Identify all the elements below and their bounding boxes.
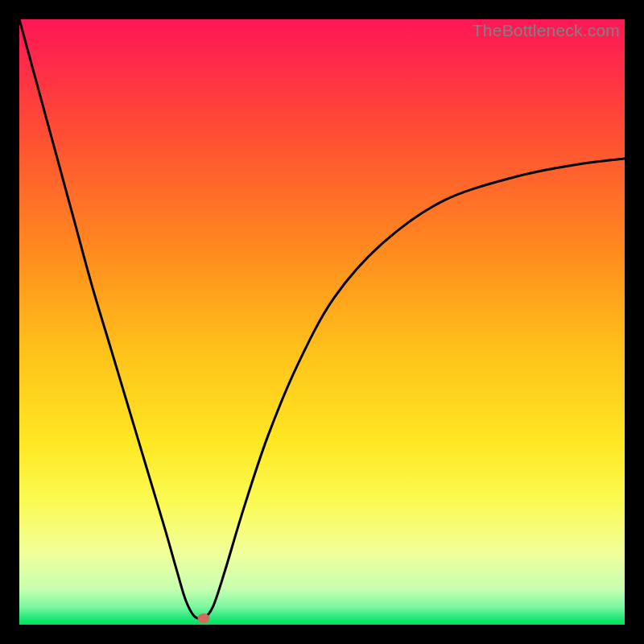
plot-area xyxy=(19,19,625,625)
optimal-marker-icon xyxy=(198,613,210,623)
plot-svg xyxy=(19,19,625,625)
watermark-text: TheBottleneck.com xyxy=(473,21,620,40)
gradient-background xyxy=(19,19,625,625)
chart-frame: TheBottleneck.com xyxy=(19,19,625,625)
